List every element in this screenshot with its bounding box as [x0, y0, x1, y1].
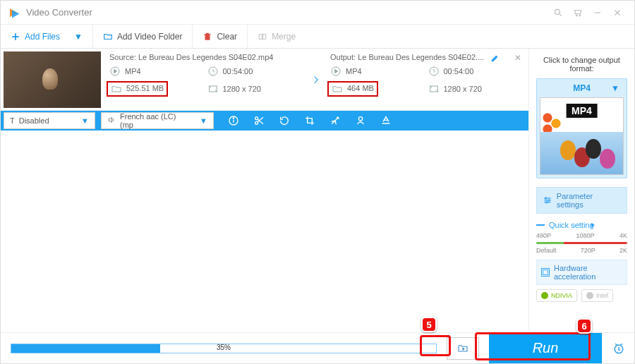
svg-point-27 [548, 200, 550, 201]
subtitle-tool-button[interactable] [373, 111, 399, 131]
minimize-button[interactable] [588, 3, 607, 23]
clear-button[interactable]: Clear [193, 25, 248, 48]
add-folder-label: Add Video Folder [117, 32, 183, 42]
footer: 35% Run [1, 332, 634, 363]
svg-point-19 [233, 118, 234, 119]
play-circle-icon [109, 66, 121, 77]
svg-rect-29 [543, 270, 548, 275]
format-preview-image: MP4 [540, 97, 624, 175]
chevron-down-icon: ▼ [191, 116, 207, 125]
subtitle-select[interactable]: T Disabled ▼ [4, 112, 95, 129]
item-toolstrip: T Disabled ▼ French aac (LC) (mp ▼ [1, 111, 528, 131]
preset-labels-top: 480P1080P4K [536, 232, 627, 239]
svg-line-1 [560, 13, 562, 16]
edit-output-button[interactable] [490, 53, 500, 65]
effects-tool-button[interactable] [322, 111, 348, 131]
chevron-down-icon: ▼ [611, 83, 619, 93]
source-duration: 00:54:00 [207, 66, 303, 77]
info-tool-button[interactable] [221, 111, 246, 131]
gpu-nvidia[interactable]: NDIVIA [536, 289, 577, 302]
folder-icon [332, 83, 343, 95]
subtitle-value: Disabled [19, 116, 49, 125]
run-label: Run [533, 340, 559, 356]
merge-button: Merge [248, 25, 306, 48]
format-badge: MP4 [566, 104, 598, 118]
parameter-settings-label: Parameter settings [557, 192, 621, 209]
folder-icon [111, 83, 122, 95]
output-sidebar: Click to change output format: MP4 ▼ MP4… [528, 49, 634, 331]
source-heading: Source: Le Bureau Des Legendes S04E02.mp… [109, 53, 302, 61]
output-format: MP4 [330, 66, 425, 77]
quick-setting-label: Quick setting [549, 221, 594, 229]
clock-icon [428, 66, 440, 77]
clear-label: Clear [217, 32, 237, 42]
progress-bar: 35% [11, 344, 437, 353]
output-size: 464 MB [330, 81, 425, 97]
dimensions-icon [428, 83, 440, 95]
output-duration: 00:54:00 [428, 66, 524, 77]
svg-point-2 [576, 15, 577, 16]
crop-tool-button[interactable] [297, 111, 322, 131]
conversion-item: Source: Le Bureau Des Legendes S04E02.mp… [1, 49, 528, 111]
remove-item-button[interactable]: ✕ [514, 53, 521, 63]
svg-point-22 [358, 117, 362, 121]
clock-icon [207, 66, 219, 77]
rotate-tool-button[interactable] [272, 111, 297, 131]
sidebar-heading: Click to change output format: [536, 56, 627, 73]
merge-label: Merge [272, 32, 296, 42]
source-column: Source: Le Bureau Des Legendes S04E02.mp… [104, 49, 308, 110]
plus-icon [11, 32, 20, 42]
progress-label: 35% [11, 344, 436, 351]
source-size: 525.51 MB [109, 81, 205, 97]
svg-point-3 [579, 15, 581, 16]
annotation-callout-5: 5 [421, 317, 437, 332]
app-logo-icon [8, 6, 20, 19]
progress-area: 35% [1, 344, 447, 353]
cart-icon[interactable] [568, 3, 588, 23]
sliders-icon [543, 195, 552, 205]
subtitle-icon: T [10, 116, 15, 125]
chevron-down-icon: ▼ [74, 32, 83, 42]
parameter-settings-button[interactable]: Parameter settings [536, 187, 627, 214]
video-thumbnail[interactable] [4, 51, 101, 108]
main-toolbar: Add Files ▼ Add Video Folder Clear Merge [1, 25, 634, 49]
dimensions-icon [207, 83, 219, 95]
merge-icon [258, 32, 267, 42]
source-resolution: 1280 x 720 [207, 81, 303, 97]
trim-tool-button[interactable] [246, 111, 272, 131]
svg-rect-10 [263, 34, 266, 39]
app-title: Video Converter [26, 7, 92, 18]
output-format-selector[interactable]: MP4 ▼ MP4 [536, 78, 627, 178]
add-files-label: Add Files [25, 32, 60, 42]
gpu-intel[interactable]: Intel [581, 289, 613, 302]
preset-labels-bottom: Default720P2K [536, 247, 627, 254]
close-button[interactable] [607, 3, 627, 23]
schedule-button[interactable] [602, 333, 634, 364]
audio-value: French aac (LC) (mp [120, 112, 191, 129]
gpu-options: NDIVIA Intel [536, 289, 627, 302]
audio-select[interactable]: French aac (LC) (mp ▼ [101, 112, 214, 129]
source-format: MP4 [109, 66, 205, 77]
checkbox-icon [541, 268, 550, 277]
quick-setting: Quick setting 480P1080P4K Default720P2K [536, 221, 627, 254]
convert-arrow-icon [308, 49, 325, 110]
trash-icon [202, 32, 212, 42]
hardware-accel-label: Hardware acceleration [554, 264, 622, 281]
output-resolution: 1280 x 720 [428, 81, 524, 97]
quality-slider[interactable] [536, 242, 627, 244]
svg-point-28 [546, 202, 548, 203]
svg-point-26 [545, 198, 546, 199]
search-icon[interactable] [548, 3, 568, 23]
speaker-icon [107, 116, 116, 126]
folder-plus-icon [103, 32, 113, 42]
content-area: Source: Le Bureau Des Legendes S04E02.mp… [1, 49, 634, 331]
output-folder-button[interactable] [447, 337, 479, 360]
chevron-down-icon: ▼ [73, 116, 89, 125]
run-button[interactable]: Run [489, 333, 602, 364]
watermark-tool-button[interactable] [348, 111, 373, 131]
hardware-accel-toggle[interactable]: Hardware acceleration [536, 260, 627, 285]
add-folder-button[interactable]: Add Video Folder [93, 25, 193, 48]
play-circle-icon [330, 66, 341, 77]
output-column: Output: Le Bureau Des Legendes S04E02...… [325, 49, 528, 110]
add-files-button[interactable]: Add Files ▼ [1, 25, 93, 48]
